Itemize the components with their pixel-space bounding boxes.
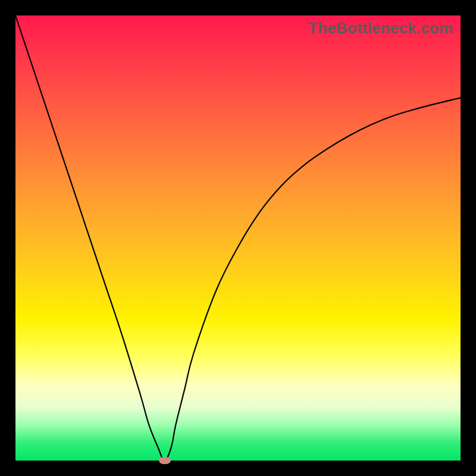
chart-frame: TheBottleneck.com [0, 0, 476, 476]
bottleneck-curve [15, 15, 461, 461]
optimal-point-marker [159, 457, 171, 464]
plot-area: TheBottleneck.com [15, 15, 461, 461]
